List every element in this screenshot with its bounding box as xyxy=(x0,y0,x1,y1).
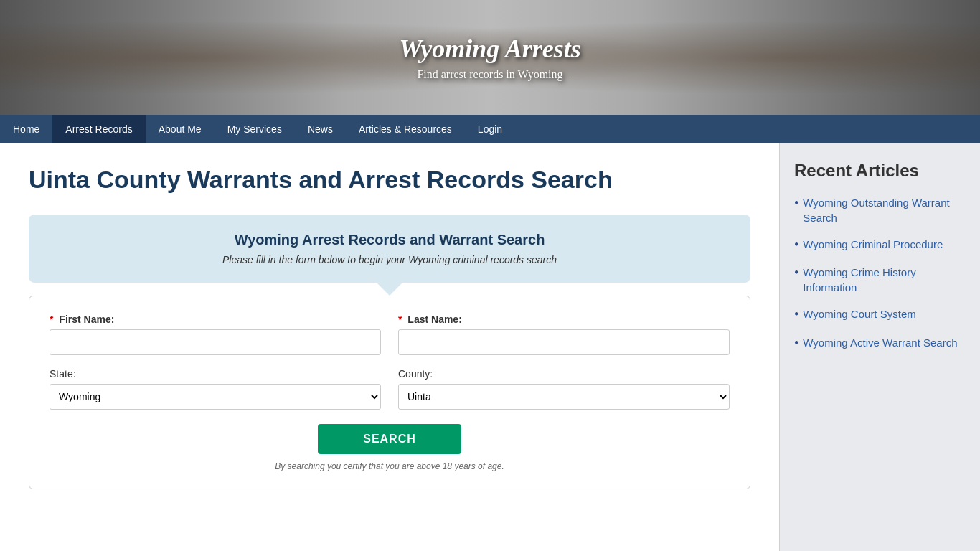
sidebar-title: Recent Articles xyxy=(794,161,966,181)
last-name-input[interactable] xyxy=(398,329,730,355)
list-item: • Wyoming Outstanding Warrant Search xyxy=(794,195,966,225)
pointer-down-arrow xyxy=(377,283,402,296)
nav-my-services[interactable]: My Services xyxy=(215,115,295,143)
county-group: County: Uinta xyxy=(398,368,730,410)
location-row: State: Wyoming County: Uinta xyxy=(50,368,730,410)
search-box-title: Wyoming Arrest Records and Warrant Searc… xyxy=(49,232,730,248)
search-button[interactable]: SEARCH xyxy=(318,424,461,454)
nav-login[interactable]: Login xyxy=(465,115,515,143)
article-link-2[interactable]: Wyoming Criminal Procedure xyxy=(803,237,943,252)
state-select[interactable]: Wyoming xyxy=(50,384,381,410)
nav-articles-resources[interactable]: Articles & Resources xyxy=(346,115,465,143)
nav-news[interactable]: News xyxy=(295,115,346,143)
bullet-icon: • xyxy=(794,195,798,212)
county-label: County: xyxy=(398,368,730,380)
hero-section: Wyoming Arrests Find arrest records in W… xyxy=(0,0,980,115)
nav-home[interactable]: Home xyxy=(0,115,52,143)
bullet-icon: • xyxy=(794,306,798,323)
site-subtitle: Find arrest records in Wyoming xyxy=(399,68,581,81)
article-link-3[interactable]: Wyoming Crime History Information xyxy=(803,265,966,295)
bullet-icon: • xyxy=(794,335,798,352)
site-title: Wyoming Arrests xyxy=(399,34,581,64)
article-link-4[interactable]: Wyoming Court System xyxy=(803,306,915,321)
state-label: State: xyxy=(50,368,381,380)
hero-text-block: Wyoming Arrests Find arrest records in W… xyxy=(399,34,581,81)
search-box-header: Wyoming Arrest Records and Warrant Searc… xyxy=(29,215,750,283)
article-link-1[interactable]: Wyoming Outstanding Warrant Search xyxy=(803,195,966,225)
list-item: • Wyoming Criminal Procedure xyxy=(794,237,966,253)
last-name-group: * Last Name: xyxy=(398,314,730,355)
first-name-group: * First Name: xyxy=(50,314,381,355)
last-name-label: * Last Name: xyxy=(398,314,730,325)
bullet-icon: • xyxy=(794,237,798,253)
last-name-required: * xyxy=(398,314,402,325)
sidebar: Recent Articles • Wyoming Outstanding Wa… xyxy=(779,143,980,551)
main-content: Uinta County Warrants and Arrest Records… xyxy=(0,143,779,551)
name-row: * First Name: * Last Name: xyxy=(50,314,730,355)
state-group: State: Wyoming xyxy=(50,368,381,410)
list-item: • Wyoming Crime History Information xyxy=(794,265,966,295)
nav-about-me[interactable]: About Me xyxy=(146,115,215,143)
county-select[interactable]: Uinta xyxy=(398,384,730,410)
search-form-section: * First Name: * Last Name: State: xyxy=(29,296,750,489)
article-link-5[interactable]: Wyoming Active Warrant Search xyxy=(803,335,957,350)
recent-articles-list: • Wyoming Outstanding Warrant Search • W… xyxy=(794,195,966,352)
page-title: Uinta County Warrants and Arrest Records… xyxy=(29,165,750,194)
form-note: By searching you certify that you are ab… xyxy=(50,461,730,471)
nav-arrest-records[interactable]: Arrest Records xyxy=(52,115,145,143)
first-name-input[interactable] xyxy=(50,329,381,355)
list-item: • Wyoming Court System xyxy=(794,306,966,323)
main-nav: Home Arrest Records About Me My Services… xyxy=(0,115,980,143)
first-name-required: * xyxy=(50,314,53,325)
bullet-icon: • xyxy=(794,265,798,281)
search-box-subtitle: Please fill in the form below to begin y… xyxy=(49,254,730,265)
first-name-label: * First Name: xyxy=(50,314,381,325)
list-item: • Wyoming Active Warrant Search xyxy=(794,335,966,352)
page-layout: Uinta County Warrants and Arrest Records… xyxy=(0,143,980,551)
